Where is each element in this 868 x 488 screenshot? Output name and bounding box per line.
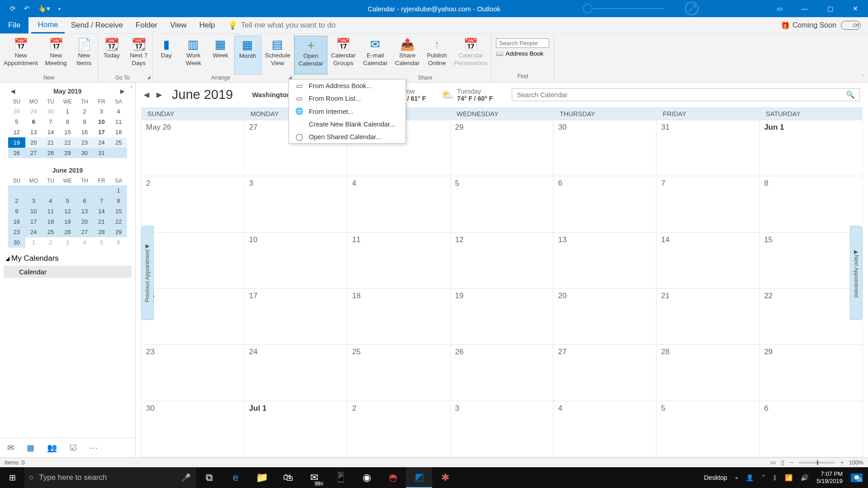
mini-day[interactable]: 29 bbox=[59, 148, 76, 158]
mini-day[interactable]: 11 bbox=[110, 117, 127, 127]
from-room-list-item[interactable]: ▭From Room List... bbox=[289, 92, 406, 105]
calendar-groups-button[interactable]: 📅Calendar Groups bbox=[327, 36, 359, 75]
mini-day[interactable]: 10 bbox=[25, 206, 42, 216]
day-cell[interactable]: 23 bbox=[141, 345, 245, 401]
today-button[interactable]: 📆Today bbox=[98, 36, 125, 75]
create-blank-calendar-item[interactable]: Create New Blank Calendar... bbox=[289, 118, 406, 131]
day-cell[interactable]: 7 bbox=[656, 176, 760, 232]
day-cell[interactable]: 25 bbox=[348, 345, 451, 401]
day-cell[interactable]: 9 bbox=[141, 233, 245, 289]
zoom-out-icon[interactable]: − bbox=[790, 460, 793, 466]
people-tray-icon[interactable]: 👤 bbox=[746, 474, 754, 481]
touch-icon[interactable]: 👆▾ bbox=[38, 5, 50, 13]
day-cell[interactable]: 20 bbox=[553, 289, 656, 345]
mini-day[interactable] bbox=[59, 185, 76, 196]
next-period-icon[interactable]: ▶ bbox=[156, 90, 162, 99]
mini-day[interactable]: 17 bbox=[93, 127, 110, 137]
coming-soon-toggle[interactable]: Off bbox=[841, 21, 861, 30]
day-cell[interactable]: 26 bbox=[451, 345, 554, 401]
mini-day[interactable]: 16 bbox=[8, 216, 25, 227]
day-cell[interactable]: 17 bbox=[245, 289, 348, 345]
collapse-sidebar-icon[interactable]: ‹ bbox=[131, 84, 132, 90]
mini-day[interactable]: 19 bbox=[8, 137, 25, 148]
mini-day[interactable]: 26 bbox=[59, 227, 76, 237]
next-month-icon[interactable]: ▶ bbox=[120, 88, 124, 94]
day-cell[interactable]: 16 bbox=[141, 289, 245, 345]
day-cell[interactable]: 30 bbox=[553, 120, 656, 176]
mini-day[interactable]: 4 bbox=[42, 196, 59, 206]
wifi-icon[interactable]: 📶 bbox=[785, 474, 793, 481]
mini-day[interactable]: 3 bbox=[25, 196, 42, 206]
new-meeting-button[interactable]: 📅New Meeting bbox=[42, 36, 71, 75]
day-cell[interactable]: 21 bbox=[656, 289, 760, 345]
mini-day[interactable] bbox=[110, 148, 127, 158]
mini-day[interactable]: 29 bbox=[25, 106, 42, 117]
taskbar-search[interactable]: ○ Type here to search 🎤 bbox=[24, 467, 196, 488]
mini-day[interactable]: 14 bbox=[42, 127, 59, 137]
work-week-button[interactable]: ▥Work Week bbox=[180, 36, 207, 75]
mini-day[interactable]: 22 bbox=[110, 216, 127, 227]
new-appointment-button[interactable]: 📅New Appointment bbox=[0, 36, 42, 75]
next-appointment-tab[interactable]: ▶ Next Appointment bbox=[850, 226, 863, 320]
mini-day[interactable] bbox=[93, 185, 110, 196]
mini-day[interactable]: 4 bbox=[76, 237, 93, 248]
task-view-icon[interactable]: ⧉ bbox=[196, 467, 222, 488]
search-people-input[interactable] bbox=[496, 38, 549, 48]
mini-day[interactable]: 9 bbox=[76, 117, 93, 127]
people-icon[interactable]: 👥 bbox=[47, 443, 57, 453]
next-7-days-button[interactable]: 📆Next 7 Days bbox=[125, 36, 152, 75]
mini-day[interactable]: 20 bbox=[25, 137, 42, 148]
mini-day[interactable]: 20 bbox=[76, 216, 93, 227]
action-center-icon[interactable]: 💬16 bbox=[851, 474, 863, 482]
file-tab[interactable]: File bbox=[0, 17, 28, 33]
mini-day[interactable]: 15 bbox=[110, 206, 127, 216]
desktop-label[interactable]: Desktop bbox=[704, 474, 727, 481]
share-calendar-button[interactable]: 📤Share Calendar bbox=[392, 36, 424, 75]
mini-day[interactable]: 16 bbox=[76, 127, 93, 137]
day-cell[interactable]: 3 bbox=[245, 176, 348, 232]
home-tab[interactable]: Home bbox=[31, 17, 64, 33]
refresh-icon[interactable]: ⟳ bbox=[10, 5, 16, 13]
mini-day[interactable]: 21 bbox=[42, 137, 59, 148]
mail-app-icon[interactable]: ✉99+ bbox=[301, 467, 327, 488]
day-cell[interactable]: 4 bbox=[348, 176, 451, 232]
minimize-button[interactable]: — bbox=[792, 0, 817, 17]
mail-icon[interactable]: ✉ bbox=[7, 443, 14, 453]
store-icon[interactable]: 🛍 bbox=[275, 467, 301, 488]
mini-day[interactable]: 23 bbox=[8, 227, 25, 237]
calendar-item[interactable]: Calendar bbox=[4, 266, 132, 278]
outlook-taskbar-icon[interactable]: ◩ bbox=[406, 467, 432, 488]
volume-icon[interactable]: 🔊 bbox=[801, 474, 808, 481]
close-button[interactable]: ✕ bbox=[843, 0, 868, 17]
mini-day[interactable]: 27 bbox=[25, 148, 42, 158]
mini-day[interactable] bbox=[76, 185, 93, 196]
mini-day[interactable]: 4 bbox=[110, 106, 127, 117]
mini-day[interactable]: 5 bbox=[93, 237, 110, 248]
mini-day[interactable]: 30 bbox=[8, 237, 25, 248]
mini-day[interactable]: 6 bbox=[25, 117, 42, 127]
mini-day[interactable]: 1 bbox=[25, 237, 42, 248]
mini-day[interactable]: 8 bbox=[110, 196, 127, 206]
app-icon[interactable]: ✱ bbox=[432, 467, 458, 488]
mini-day[interactable]: 13 bbox=[76, 206, 93, 216]
maximize-button[interactable]: ▢ bbox=[817, 0, 843, 17]
mini-day[interactable]: 28 bbox=[8, 106, 25, 117]
folder-tab[interactable]: Folder bbox=[129, 17, 164, 33]
mini-day[interactable]: 3 bbox=[93, 106, 110, 117]
prev-month-icon[interactable]: ◀ bbox=[11, 88, 15, 94]
mini-day[interactable]: 28 bbox=[42, 148, 59, 158]
mini-day[interactable]: 17 bbox=[25, 216, 42, 227]
mini-day[interactable]: 5 bbox=[8, 117, 25, 127]
mini-day[interactable]: 6 bbox=[76, 196, 93, 206]
day-cell[interactable]: 5 bbox=[451, 176, 554, 232]
vivaldi-icon[interactable]: ◓ bbox=[380, 467, 406, 488]
bluetooth-icon[interactable]: ᛒ bbox=[773, 474, 777, 481]
edge-icon[interactable]: e bbox=[222, 467, 249, 488]
search-icon[interactable]: 🔍 bbox=[846, 90, 855, 99]
day-cell[interactable]: 11 bbox=[348, 233, 451, 289]
tasks-icon[interactable]: ☑ bbox=[70, 443, 77, 453]
more-icon[interactable]: ⋯ bbox=[90, 443, 98, 453]
day-cell[interactable]: 22 bbox=[760, 289, 863, 345]
day-cell[interactable]: 30 bbox=[141, 401, 245, 457]
mini-day[interactable]: 24 bbox=[25, 227, 42, 237]
